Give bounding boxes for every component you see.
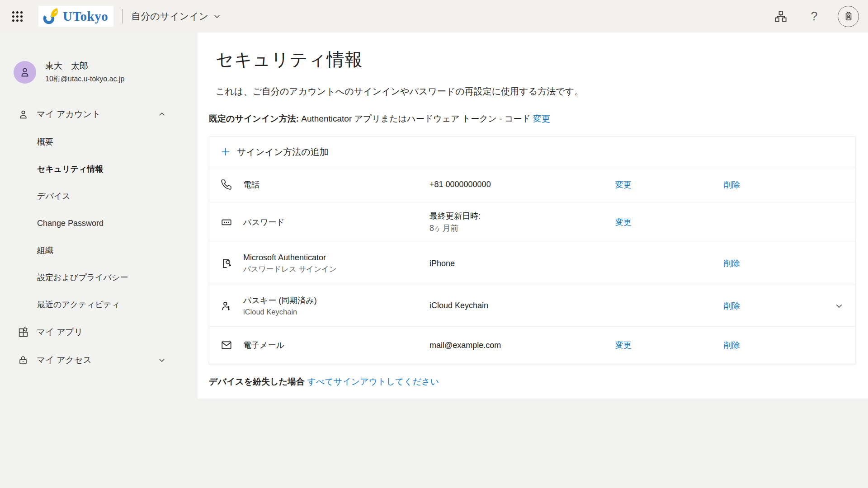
sidebar-item-my-apps[interactable]: マイ アプリ xyxy=(0,318,198,346)
sidebar-item-label: マイ アプリ xyxy=(37,326,83,338)
method-value: iPhone xyxy=(429,259,615,268)
method-name: 電話 xyxy=(243,179,429,190)
method-name-block: Microsoft Authenticator パスワードレス サインイン xyxy=(243,253,429,274)
person-icon xyxy=(17,109,29,120)
utokyo-logo-text: UTokyo xyxy=(63,9,108,24)
sidebar-item-label: 最近のアクティビティ xyxy=(37,299,120,310)
last-updated-label: 最終更新日時: xyxy=(429,211,615,221)
chevron-down-icon xyxy=(158,356,166,364)
sidebar-item-devices[interactable]: デバイス xyxy=(0,183,198,210)
sidebar-item-my-account[interactable]: マイ アカウント xyxy=(0,100,198,128)
method-value: +81 0000000000 xyxy=(429,180,615,189)
sidebar-item-label: マイ アクセス xyxy=(37,354,92,366)
app-title-label: 自分のサインイン xyxy=(131,10,208,23)
delete-link[interactable]: 削除 xyxy=(724,179,835,190)
method-value: iCloud Keychain xyxy=(429,301,615,310)
apps-icon xyxy=(17,327,29,338)
authenticator-icon xyxy=(221,258,243,269)
lost-device-label: デバイスを紛失した場合 xyxy=(209,377,305,386)
user-email: 10桁@utac.u-tokyo.ac.jp xyxy=(45,75,124,84)
plus-icon xyxy=(221,147,231,157)
default-method-change-link[interactable]: 変更 xyxy=(533,114,550,123)
table-row-phone: 電話 +81 0000000000 変更 削除 xyxy=(209,167,855,202)
ginkgo-leaf-icon xyxy=(42,7,60,25)
chevron-down-icon xyxy=(213,12,221,20)
lost-device-line: デバイスを紛失した場合 すべてサインアウトしてください xyxy=(209,376,857,388)
method-name: Microsoft Authenticator xyxy=(243,253,429,263)
method-subtitle: パスワードレス サインイン xyxy=(243,264,429,274)
sidebar-item-recent-activity[interactable]: 最近のアクティビティ xyxy=(0,291,198,318)
sitemap-icon xyxy=(774,10,787,23)
sidebar-item-organizations[interactable]: 組織 xyxy=(0,237,198,264)
chevron-up-icon xyxy=(158,110,166,118)
default-signin-method: 既定のサインイン方法: Authenticator アプリまたはハードウェア ト… xyxy=(209,113,857,125)
method-value: 最終更新日時: 8ヶ月前 xyxy=(429,211,615,234)
avatar[interactable] xyxy=(14,61,36,84)
header-divider xyxy=(123,9,123,23)
method-name: パスワード xyxy=(243,217,429,228)
waffle-icon xyxy=(12,11,23,22)
lock-icon xyxy=(17,355,29,366)
user-block: 東大 太郎 10桁@utac.u-tokyo.ac.jp xyxy=(0,60,198,84)
method-name: パスキー (同期済み) xyxy=(243,295,429,306)
main-content: セキュリティ情報 これは、ご自分のアカウントへのサインインやパスワードの再設定に… xyxy=(198,33,868,399)
signin-methods-card: サインイン方法の追加 電話 +81 0000000000 変更 削除 xyxy=(209,136,856,364)
account-avatar-button[interactable] xyxy=(838,6,859,27)
sidebar-item-label: Change Password xyxy=(37,219,104,228)
sidebar-item-label: マイ アカウント xyxy=(37,108,100,120)
sidebar-item-label: セキュリティ情報 xyxy=(37,164,104,174)
sidebar-item-label: デバイス xyxy=(37,191,71,202)
expand-row-button[interactable] xyxy=(835,301,857,310)
sidebar-item-my-access[interactable]: マイ アクセス xyxy=(0,346,198,374)
chevron-down-icon xyxy=(835,301,844,310)
app-title-menu[interactable]: 自分のサインイン xyxy=(131,10,221,23)
help-button[interactable]: ? xyxy=(804,6,824,26)
table-row-password: パスワード 最終更新日時: 8ヶ月前 変更 xyxy=(209,202,855,242)
sidebar-item-security-info[interactable]: セキュリティ情報 xyxy=(0,155,198,183)
table-row-email: 電子メール mail@example.com 変更 削除 xyxy=(209,326,855,364)
default-method-value: Authenticator アプリまたはハードウェア トークン - コード xyxy=(301,114,531,123)
page-subtitle: これは、ご自分のアカウントへのサインインやパスワードの再設定に使用する方法です。 xyxy=(216,85,857,98)
method-name: 電子メール xyxy=(243,340,429,351)
change-link[interactable]: 変更 xyxy=(615,340,724,351)
page-title: セキュリティ情報 xyxy=(216,47,857,72)
delete-link[interactable]: 削除 xyxy=(724,300,835,311)
help-icon: ? xyxy=(811,9,817,23)
method-name-block: パスキー (同期済み) iCloud Keychain xyxy=(243,295,429,316)
sidebar-item-settings-privacy[interactable]: 設定およびプライバシー xyxy=(0,264,198,291)
organization-button[interactable] xyxy=(771,6,791,26)
table-row-passkey: パスキー (同期済み) iCloud Keychain iCloud Keych… xyxy=(209,285,855,326)
last-updated-value: 8ヶ月前 xyxy=(429,223,615,234)
sidebar: 東大 太郎 10桁@utac.u-tokyo.ac.jp マイ アカウント 概要… xyxy=(0,33,198,488)
sidebar-item-overview[interactable]: 概要 xyxy=(0,128,198,155)
top-app-bar: UTokyo 自分のサインイン ? xyxy=(0,0,868,33)
sidebar-item-change-password[interactable]: Change Password xyxy=(0,210,198,237)
change-link[interactable]: 変更 xyxy=(615,217,724,228)
mail-icon xyxy=(221,339,243,351)
app-launcher-button[interactable] xyxy=(8,7,26,25)
id-badge-icon xyxy=(843,10,854,22)
table-row-authenticator: Microsoft Authenticator パスワードレス サインイン iP… xyxy=(209,242,855,285)
user-name: 東大 太郎 xyxy=(45,60,124,72)
method-value: mail@example.com xyxy=(429,341,615,350)
method-subtitle: iCloud Keychain xyxy=(243,308,429,316)
default-method-label: 既定のサインイン方法: xyxy=(209,114,299,123)
phone-icon xyxy=(221,179,243,190)
sidebar-item-label: 概要 xyxy=(37,136,53,147)
password-icon xyxy=(221,216,243,228)
add-method-label: サインイン方法の追加 xyxy=(237,146,329,158)
sidebar-item-label: 組織 xyxy=(37,245,53,256)
delete-link[interactable]: 削除 xyxy=(724,258,835,269)
change-link[interactable]: 変更 xyxy=(615,179,724,190)
utokyo-logo[interactable]: UTokyo xyxy=(38,6,113,27)
sidebar-item-label: 設定およびプライバシー xyxy=(37,272,128,283)
delete-link[interactable]: 削除 xyxy=(724,340,835,351)
add-signin-method-button[interactable]: サインイン方法の追加 xyxy=(209,137,855,167)
sign-out-everywhere-link[interactable]: すべてサインアウトしてください xyxy=(307,377,439,386)
passkey-icon xyxy=(221,300,243,312)
